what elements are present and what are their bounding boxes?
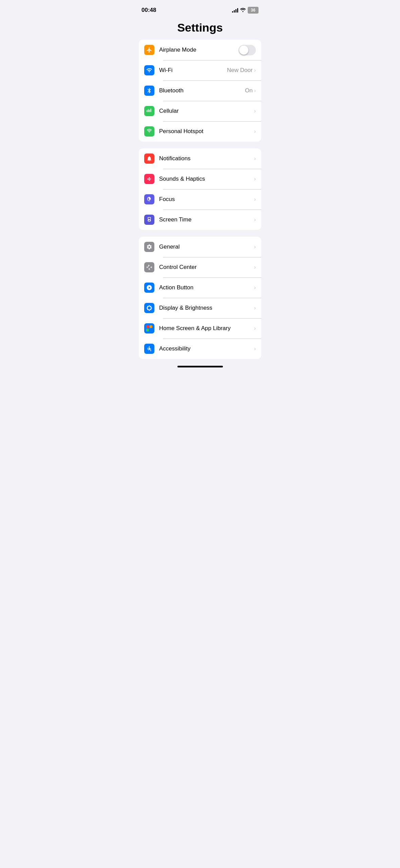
focus-trailing: › [254, 196, 256, 202]
sounds-icon [144, 174, 154, 184]
display-brightness-icon [144, 303, 154, 313]
notifications-trailing: › [254, 156, 256, 162]
general-icon [144, 242, 154, 252]
action-button-icon [144, 283, 154, 293]
action-button-row[interactable]: Action Button › [139, 277, 261, 298]
general-section: General › Control Center › Action Button… [139, 237, 261, 359]
screen-time-label: Screen Time [159, 216, 254, 223]
svg-point-0 [149, 346, 150, 347]
accessibility-icon [144, 344, 154, 354]
bluetooth-icon [144, 86, 154, 96]
general-label: General [159, 243, 254, 250]
bluetooth-trailing: On › [245, 87, 256, 94]
wifi-row-icon [144, 65, 154, 75]
wifi-value: New Door [227, 67, 253, 74]
page-title: Settings [133, 18, 267, 40]
bluetooth-chevron: › [254, 88, 256, 94]
signal-icon [232, 8, 238, 13]
notifications-section: Notifications › Sounds & Haptics › Focus… [139, 148, 261, 230]
airplane-mode-row[interactable]: Airplane Mode [139, 40, 261, 60]
connectivity-section: Airplane Mode Wi-Fi New Door › Bluetooth… [139, 40, 261, 142]
hotspot-chevron: › [254, 128, 256, 134]
sounds-haptics-row[interactable]: Sounds & Haptics › [139, 169, 261, 189]
control-center-chevron: › [254, 264, 256, 270]
battery-icon: 36 [248, 7, 259, 14]
status-time: 00:48 [141, 7, 156, 14]
home-screen-label: Home Screen & App Library [159, 325, 254, 332]
home-screen-icon [144, 323, 154, 333]
bluetooth-label: Bluetooth [159, 87, 245, 94]
wifi-icon [240, 7, 246, 13]
cellular-trailing: › [254, 108, 256, 114]
action-button-label: Action Button [159, 284, 254, 291]
home-screen-chevron: › [254, 325, 256, 331]
airplane-mode-label: Airplane Mode [159, 47, 239, 53]
hotspot-trailing: › [254, 128, 256, 134]
hotspot-icon [144, 126, 154, 137]
cellular-label: Cellular [159, 108, 254, 114]
screen-time-trailing: › [254, 217, 256, 223]
cellular-row[interactable]: Cellular › [139, 101, 261, 121]
focus-icon [144, 194, 154, 204]
notifications-row[interactable]: Notifications › [139, 148, 261, 169]
battery-level: 36 [251, 8, 255, 13]
airplane-mode-toggle[interactable] [239, 45, 256, 55]
notifications-label: Notifications [159, 155, 254, 162]
control-center-label: Control Center [159, 264, 254, 271]
home-bar [177, 366, 223, 367]
focus-row[interactable]: Focus › [139, 189, 261, 210]
wifi-trailing: New Door › [227, 67, 256, 74]
display-brightness-row[interactable]: Display & Brightness › [139, 298, 261, 318]
display-brightness-trailing: › [254, 305, 256, 311]
focus-chevron: › [254, 196, 256, 202]
display-brightness-chevron: › [254, 305, 256, 311]
general-trailing: › [254, 244, 256, 250]
wifi-row[interactable]: Wi-Fi New Door › [139, 60, 261, 80]
wifi-chevron: › [254, 67, 256, 73]
screen-time-icon [144, 215, 154, 225]
cellular-icon [144, 106, 154, 116]
action-button-trailing: › [254, 285, 256, 291]
notifications-icon [144, 153, 154, 164]
control-center-icon [144, 262, 154, 272]
notifications-chevron: › [254, 156, 256, 162]
sounds-chevron: › [254, 176, 256, 182]
accessibility-row[interactable]: Accessibility › [139, 339, 261, 359]
control-center-row[interactable]: Control Center › [139, 257, 261, 277]
general-chevron: › [254, 244, 256, 250]
control-center-trailing: › [254, 264, 256, 270]
hotspot-label: Personal Hotspot [159, 128, 254, 135]
wifi-label: Wi-Fi [159, 67, 227, 74]
bluetooth-row[interactable]: Bluetooth On › [139, 80, 261, 101]
screen-time-row[interactable]: Screen Time › [139, 210, 261, 230]
action-button-chevron: › [254, 285, 256, 291]
accessibility-trailing: › [254, 346, 256, 352]
cellular-chevron: › [254, 108, 256, 114]
screen-time-chevron: › [254, 217, 256, 223]
accessibility-chevron: › [254, 346, 256, 352]
bluetooth-value: On [245, 87, 253, 94]
sounds-trailing: › [254, 176, 256, 182]
general-row[interactable]: General › [139, 237, 261, 257]
display-brightness-label: Display & Brightness [159, 305, 254, 311]
focus-label: Focus [159, 196, 254, 203]
personal-hotspot-row[interactable]: Personal Hotspot › [139, 121, 261, 142]
accessibility-label: Accessibility [159, 345, 254, 352]
status-icons: 36 [232, 7, 259, 14]
sounds-label: Sounds & Haptics [159, 176, 254, 182]
airplane-mode-icon [144, 45, 154, 55]
status-bar: 00:48 36 [133, 0, 267, 18]
home-screen-trailing: › [254, 325, 256, 331]
home-screen-row[interactable]: Home Screen & App Library › [139, 318, 261, 339]
